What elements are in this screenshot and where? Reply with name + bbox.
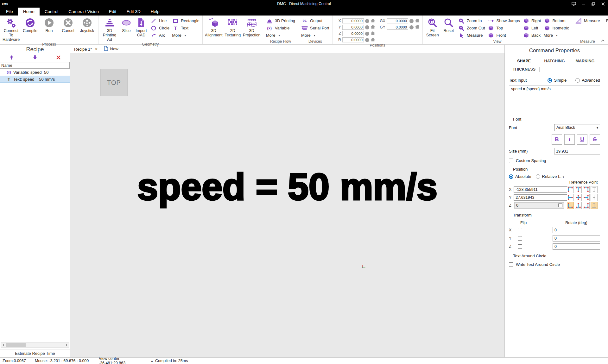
tab-thickness[interactable]: THICKNESS bbox=[509, 67, 539, 72]
scrollbar-thumb[interactable] bbox=[6, 343, 26, 347]
view-left-button[interactable]: Left bbox=[522, 24, 541, 32]
tab-hatching[interactable]: HATCHING bbox=[539, 59, 569, 63]
run-button[interactable]: Run bbox=[40, 16, 59, 33]
ref-top-center-button[interactable] bbox=[575, 186, 582, 193]
view-isometric-button[interactable]: Isometric bbox=[543, 24, 569, 32]
scroll-left-icon[interactable] bbox=[1, 343, 6, 347]
line-button[interactable]: Line bbox=[150, 17, 169, 24]
position-z-input[interactable] bbox=[514, 202, 564, 209]
variable-button[interactable]: (x) Variable bbox=[266, 24, 295, 32]
ref-top-right-button[interactable] bbox=[583, 186, 590, 193]
menu-edit-3d[interactable]: Edit 3D bbox=[121, 8, 145, 16]
axis-gy-home-icon[interactable] bbox=[415, 24, 420, 30]
axis-y-input[interactable] bbox=[342, 25, 364, 30]
ref-middle-left-button[interactable] bbox=[567, 194, 574, 201]
flip-y-checkbox[interactable] bbox=[518, 236, 522, 241]
ref-top-left-button[interactable] bbox=[567, 186, 574, 193]
tab-shape[interactable]: SHAPE bbox=[509, 59, 539, 63]
rotate-x-input[interactable] bbox=[553, 227, 600, 233]
advanced-radio[interactable] bbox=[575, 78, 580, 83]
font-select[interactable]: Arial Black bbox=[554, 124, 600, 131]
geometry-more-button[interactable]: More bbox=[172, 32, 200, 39]
recipe-item-text[interactable]: T Text: speed = 50 mm/s bbox=[0, 76, 70, 83]
ref-baseline-top-button[interactable] bbox=[591, 186, 598, 193]
axis-gx-home-icon[interactable] bbox=[415, 18, 420, 24]
3d-alignment-button[interactable]: 3D Alignment bbox=[204, 16, 223, 37]
move-down-button[interactable] bbox=[33, 55, 37, 61]
absolute-radio[interactable] bbox=[509, 174, 513, 179]
bold-button[interactable]: B bbox=[552, 134, 562, 145]
position-x-input[interactable] bbox=[514, 186, 568, 193]
rectangle-button[interactable]: Rectangle bbox=[172, 17, 200, 24]
close-button[interactable] bbox=[598, 0, 608, 8]
rotate-y-input[interactable] bbox=[553, 235, 600, 242]
joystick-button[interactable]: Joystick bbox=[78, 16, 97, 33]
relative-radio[interactable] bbox=[536, 174, 540, 179]
position-z-checkbox[interactable] bbox=[558, 203, 562, 207]
move-up-button[interactable] bbox=[10, 55, 14, 61]
view-top-button[interactable]: Top bbox=[488, 24, 520, 32]
position-y-input[interactable] bbox=[514, 194, 568, 201]
arc-button[interactable]: Arc bbox=[150, 32, 169, 39]
view-more-button[interactable]: More bbox=[543, 32, 569, 39]
custom-spacing-checkbox[interactable] bbox=[509, 159, 513, 163]
zoom-in-button[interactable]: Zoom In bbox=[458, 17, 485, 24]
ref-bottom-center-button[interactable] bbox=[575, 202, 582, 209]
menu-edit[interactable]: Edit bbox=[104, 8, 121, 16]
3d-projection-button[interactable]: 3D Projection bbox=[242, 16, 261, 37]
output-button[interactable]: 01 Output bbox=[301, 17, 329, 24]
rotate-z-input[interactable] bbox=[553, 243, 600, 250]
axis-z-home-icon[interactable] bbox=[370, 31, 375, 36]
import-cad-button[interactable]: Import CAD bbox=[134, 16, 149, 37]
menu-file[interactable]: File bbox=[1, 8, 18, 16]
serial-port-button[interactable]: Serial Port bbox=[301, 24, 329, 32]
fit-screen-button[interactable]: Fit Screen bbox=[424, 16, 441, 37]
tab-close-icon[interactable]: ✕ bbox=[94, 47, 98, 51]
axis-y-home-icon[interactable] bbox=[370, 24, 375, 30]
viewport[interactable]: TOP speed = 50 mm/s bbox=[70, 53, 504, 357]
measure-button[interactable]: Measure bbox=[575, 17, 600, 24]
text-input-field[interactable]: speed = {speed} mm/s bbox=[509, 85, 600, 113]
circle-button[interactable]: Circle bbox=[150, 24, 169, 32]
recipe-flow-more-button[interactable]: More bbox=[266, 32, 295, 39]
view-measure-button[interactable]: Measure bbox=[458, 32, 485, 39]
underline-button[interactable]: U bbox=[577, 134, 587, 145]
display-icon[interactable] bbox=[569, 0, 579, 8]
engraved-text[interactable]: speed = 50 mm/s bbox=[70, 165, 504, 209]
2d-texturing-button[interactable]: 2D Texturing bbox=[223, 16, 242, 37]
text-button[interactable]: T Text bbox=[172, 24, 200, 32]
minimize-button[interactable] bbox=[579, 0, 588, 8]
connect-to-hardware-button[interactable]: Connect To Hardware bbox=[2, 16, 21, 42]
recipe-flow-3d-printing-button[interactable]: 3D Printing bbox=[266, 17, 295, 24]
axis-x-home-icon[interactable] bbox=[370, 18, 375, 24]
write-text-around-circle-checkbox[interactable] bbox=[509, 262, 513, 267]
flip-x-checkbox[interactable] bbox=[518, 228, 522, 232]
edit-button[interactable]: Edit bbox=[606, 17, 608, 24]
ref-center-button[interactable] bbox=[575, 194, 582, 201]
slice-button[interactable]: Slice bbox=[119, 16, 134, 33]
menu-control[interactable]: Control bbox=[40, 8, 64, 16]
cancel-button[interactable]: Cancel bbox=[59, 16, 78, 33]
menu-home[interactable]: Home bbox=[18, 8, 40, 16]
delete-command-button[interactable] bbox=[56, 55, 60, 61]
menu-help[interactable]: Help bbox=[146, 8, 165, 16]
tab-marking[interactable]: MARKING bbox=[570, 59, 600, 63]
compile-button[interactable]: Compile bbox=[21, 16, 40, 33]
axis-z-input[interactable] bbox=[342, 31, 364, 36]
collapse-ribbon-chevron-icon[interactable] bbox=[601, 37, 605, 43]
recipe-horizontal-scrollbar[interactable] bbox=[1, 342, 69, 348]
menu-camera-vision[interactable]: Camera / Vision bbox=[63, 8, 104, 16]
maximize-button[interactable] bbox=[588, 0, 598, 8]
view-right-button[interactable]: Right bbox=[522, 17, 541, 24]
axis-r-home-icon[interactable] bbox=[370, 37, 375, 43]
ref-baseline-middle-button[interactable] bbox=[591, 194, 598, 201]
ref-baseline-bottom-button[interactable] bbox=[591, 202, 598, 209]
flip-z-checkbox[interactable] bbox=[518, 244, 522, 249]
axis-x-input[interactable] bbox=[342, 18, 364, 23]
strikethrough-button[interactable]: S bbox=[590, 134, 600, 145]
axis-gy-input[interactable] bbox=[387, 25, 408, 30]
view-bottom-button[interactable]: Bottom bbox=[543, 17, 569, 24]
reset-view-button[interactable]: Reset bbox=[441, 16, 457, 33]
scroll-right-icon[interactable] bbox=[64, 343, 69, 347]
recipe-item-variable[interactable]: (x) Variable: speed=50 bbox=[0, 69, 70, 76]
